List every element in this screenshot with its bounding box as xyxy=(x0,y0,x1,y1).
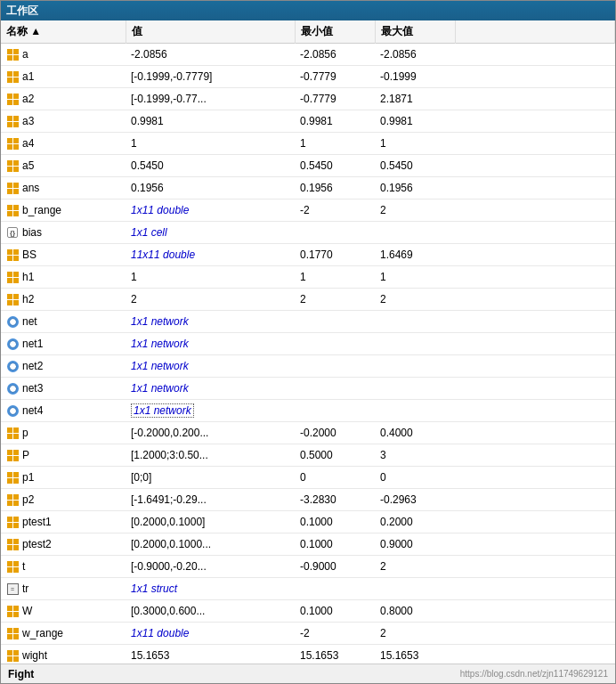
table-row[interactable]: a30.99810.99810.9981 xyxy=(1,110,615,133)
col-header-max[interactable]: 最大值 xyxy=(375,20,455,44)
cell-min: 1 xyxy=(295,133,375,155)
table-row[interactable]: t[-0.9000,-0.20...-0.90002 xyxy=(1,556,615,578)
cell-extra xyxy=(455,266,615,289)
cell-min: -0.9000 xyxy=(295,556,375,578)
cell-min: 0.9981 xyxy=(295,110,375,133)
var-name: b_range xyxy=(22,204,61,216)
table-row[interactable]: ptest2[0.2000,0.1000...0.10000.9000 xyxy=(1,533,615,556)
var-name: net xyxy=(22,315,37,328)
var-name: a3 xyxy=(22,115,34,127)
table-row[interactable]: ans0.19560.19560.1956 xyxy=(1,177,615,200)
cell-min: -2 xyxy=(295,623,375,645)
cell-value: 1x1 network xyxy=(126,333,295,355)
cell-value: [0;0] xyxy=(126,467,295,489)
table-row[interactable]: P[1.2000;3:0.50...0.50003 xyxy=(1,444,615,467)
cell-extra xyxy=(455,222,615,244)
table-row[interactable]: net41x1 network xyxy=(1,400,615,422)
var-name: P xyxy=(22,449,29,461)
var-name: p2 xyxy=(22,493,34,506)
table-row[interactable]: net11x1 network xyxy=(1,333,615,355)
grid-icon xyxy=(6,271,19,283)
cell-extra xyxy=(455,489,615,511)
cell-value: 1x1 network xyxy=(126,400,295,422)
cell-extra xyxy=(455,66,615,88)
table-row[interactable]: =tr1x1 struct xyxy=(1,578,615,600)
cell-name: h1 xyxy=(1,266,126,289)
table-row[interactable]: p1[0;0]00 xyxy=(1,467,615,489)
cell-name: a2 xyxy=(1,88,126,110)
cell-name: net1 xyxy=(1,333,126,355)
title-text: 工作区 xyxy=(6,4,38,19)
table-row[interactable]: a2[-0.1999,-0.77...-0.77792.1871 xyxy=(1,88,615,110)
table-row[interactable]: net1x1 network xyxy=(1,311,615,333)
table-row[interactable]: a50.54500.54500.5450 xyxy=(1,155,615,177)
cell-extra xyxy=(455,88,615,110)
table-row[interactable]: {}bias1x1 cell xyxy=(1,222,615,244)
cell-value: 0.1956 xyxy=(126,177,295,200)
cell-value: [1.2000;3:0.50... xyxy=(126,444,295,467)
cell-min: -0.2000 xyxy=(295,422,375,444)
cell-extra xyxy=(455,556,615,578)
cell-extra xyxy=(455,311,615,333)
grid-icon xyxy=(6,115,19,127)
cell-max: 0.4000 xyxy=(375,422,455,444)
grid-icon xyxy=(6,516,19,528)
col-header-min[interactable]: 最小值 xyxy=(295,20,375,44)
cell-extra xyxy=(455,155,615,177)
cell-max: 2 xyxy=(375,289,455,311)
table-row[interactable]: b_range1x11 double-22 xyxy=(1,200,615,222)
var-name: p xyxy=(22,427,28,439)
var-name: wight xyxy=(22,649,47,662)
cell-max: 0.1956 xyxy=(375,177,455,200)
cell-min xyxy=(295,333,375,355)
grid-icon xyxy=(6,248,19,261)
table-row[interactable]: p[-0.2000,0.200...-0.20000.4000 xyxy=(1,422,615,444)
var-name: a2 xyxy=(22,93,34,105)
grid-icon xyxy=(6,449,19,461)
cell-value: [-0.1999,-0.7779] xyxy=(126,66,295,88)
var-name: BS xyxy=(22,248,36,261)
cell-max xyxy=(375,355,455,378)
var-name: a1 xyxy=(22,70,34,83)
var-name: a4 xyxy=(22,137,34,150)
grid-icon xyxy=(6,471,19,484)
table-row[interactable]: a-2.0856-2.0856-2.0856 xyxy=(1,44,615,66)
table-row[interactable]: p2[-1.6491;-0.29...-3.2830-0.2963 xyxy=(1,489,615,511)
var-name: net1 xyxy=(22,338,43,350)
table-row[interactable]: net21x1 network xyxy=(1,355,615,378)
cell-max xyxy=(375,578,455,600)
table-row[interactable]: ptest1[0.2000,0.1000]0.10000.2000 xyxy=(1,511,615,533)
cell-name: net4 xyxy=(1,400,126,422)
table-row[interactable]: BS11x11 double0.17701.6469 xyxy=(1,244,615,266)
table-row[interactable]: a1[-0.1999,-0.7779]-0.7779-0.1999 xyxy=(1,66,615,88)
cell-name: a5 xyxy=(1,155,126,177)
network-icon xyxy=(6,338,19,350)
grid-icon xyxy=(6,627,19,639)
cell-max xyxy=(375,222,455,244)
cell-extra xyxy=(455,467,615,489)
grid-icon xyxy=(6,649,19,662)
var-name: a xyxy=(22,48,28,61)
table-container[interactable]: 名称 ▲ 值 最小值 最大值 a-2.0856-2.0856-2.0856a1[… xyxy=(1,20,615,664)
table-row[interactable]: wight15.165315.165315.1653 xyxy=(1,645,615,664)
var-name: net4 xyxy=(22,404,43,417)
cell-extra xyxy=(455,600,615,623)
var-name: ans xyxy=(22,182,39,194)
cell-min: -3.2830 xyxy=(295,489,375,511)
workspace-table: 名称 ▲ 值 最小值 最大值 a-2.0856-2.0856-2.0856a1[… xyxy=(1,20,615,664)
table-row[interactable]: h2222 xyxy=(1,289,615,311)
col-header-name[interactable]: 名称 ▲ xyxy=(1,20,126,44)
table-row[interactable]: a4111 xyxy=(1,133,615,155)
col-header-extra xyxy=(455,20,615,44)
grid-icon xyxy=(6,204,19,216)
table-row[interactable]: net31x1 network xyxy=(1,378,615,400)
col-header-value[interactable]: 值 xyxy=(126,20,295,44)
grid-icon xyxy=(6,48,19,61)
cell-extra xyxy=(455,533,615,556)
table-row[interactable]: W[0.3000,0.600...0.10000.8000 xyxy=(1,600,615,623)
grid-icon xyxy=(6,137,19,150)
cell-max xyxy=(375,311,455,333)
var-name: W xyxy=(22,605,32,617)
table-row[interactable]: h1111 xyxy=(1,266,615,289)
table-row[interactable]: w_range1x11 double-22 xyxy=(1,623,615,645)
